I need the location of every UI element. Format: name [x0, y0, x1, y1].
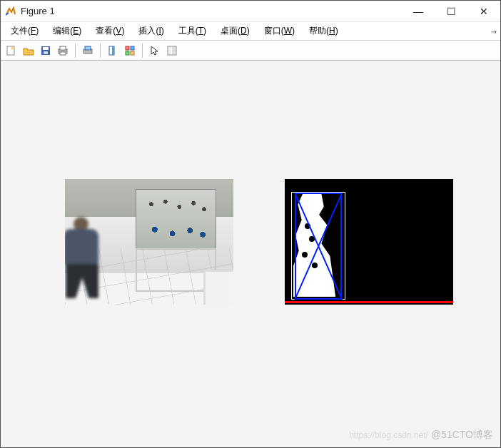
print-icon: [57, 45, 69, 56]
insert-colorbar-button[interactable]: [164, 43, 180, 58]
window-buttons: ― ☐ ✕: [402, 1, 500, 21]
svg-rect-12: [131, 46, 134, 50]
video-frame: [65, 179, 233, 305]
menu-window[interactable]: 窗口(W): [257, 23, 302, 39]
matlab-icon: [5, 6, 16, 17]
blue-diagonals: [285, 179, 453, 305]
data-cursor-button[interactable]: [105, 43, 121, 58]
svg-rect-14: [131, 51, 134, 55]
menu-edit[interactable]: 编辑(E): [46, 23, 88, 39]
data-cursor-icon: [107, 45, 118, 56]
foreground-desk: [203, 270, 233, 305]
svg-rect-8: [85, 46, 91, 50]
menubar: 文件(F) 编辑(E) 查看(V) 插入(I) 工具(T) 桌面(D) 窗口(W…: [1, 22, 500, 41]
svg-rect-2: [43, 47, 49, 50]
figure-window: Figure 1 ― ☐ ✕ 文件(F) 编辑(E) 查看(V) 插入(I) 工…: [0, 0, 501, 448]
figure-canvas[interactable]: https://blog.csdn.net/@51CTO博客: [1, 61, 500, 447]
print-preview-icon: [82, 45, 93, 56]
colorbar-icon: [166, 45, 178, 56]
menubar-overflow-icon[interactable]: ↘: [488, 27, 497, 36]
subplot-right-mask: [285, 179, 453, 305]
svg-rect-6: [60, 52, 66, 55]
print-button[interactable]: [55, 43, 71, 58]
instrument-panel: [136, 189, 216, 249]
svg-rect-5: [60, 46, 66, 50]
menu-desktop[interactable]: 桌面(D): [213, 23, 257, 39]
new-figure-button[interactable]: [4, 43, 19, 58]
walking-person: [65, 217, 108, 298]
watermark-text: @51CTO博客: [431, 429, 493, 440]
svg-rect-10: [112, 46, 114, 55]
svg-rect-11: [126, 46, 129, 50]
svg-rect-3: [44, 51, 48, 54]
svg-rect-0: [7, 46, 14, 55]
toolbar-separator: [142, 44, 143, 58]
close-button[interactable]: ✕: [467, 1, 500, 21]
print-preview-button[interactable]: [80, 43, 96, 58]
pointer-icon: [149, 45, 161, 56]
folder-open-icon: [23, 45, 34, 56]
watermark: https://blog.csdn.net/@51CTO博客: [349, 429, 493, 442]
watermark-url: https://blog.csdn.net/: [349, 430, 428, 440]
window-title: Figure 1: [21, 6, 55, 16]
svg-rect-17: [172, 47, 176, 54]
toolbar-separator: [75, 44, 76, 58]
menu-file[interactable]: 文件(F): [4, 23, 46, 39]
save-icon: [40, 45, 51, 56]
link-plot-button[interactable]: [122, 43, 138, 58]
edit-plot-button[interactable]: [147, 43, 163, 58]
toolbar-separator: [100, 44, 101, 58]
save-button[interactable]: [38, 43, 54, 58]
titlebar: Figure 1 ― ☐ ✕: [1, 1, 500, 22]
subplot-left-image: [65, 179, 233, 305]
menu-tools[interactable]: 工具(T): [171, 23, 213, 39]
menu-insert[interactable]: 插入(I): [131, 23, 171, 39]
menu-help[interactable]: 帮助(H): [302, 23, 345, 39]
ground-line: [285, 301, 453, 303]
new-file-icon: [6, 45, 17, 56]
menu-view[interactable]: 查看(V): [88, 23, 131, 39]
svg-rect-13: [126, 51, 129, 55]
open-button[interactable]: [21, 43, 36, 58]
minimize-button[interactable]: ―: [402, 1, 435, 21]
foreground-mask: [285, 179, 453, 305]
svg-rect-16: [168, 47, 171, 54]
maximize-button[interactable]: ☐: [435, 1, 467, 21]
toolbar: [1, 41, 500, 61]
link-icon: [124, 45, 136, 56]
